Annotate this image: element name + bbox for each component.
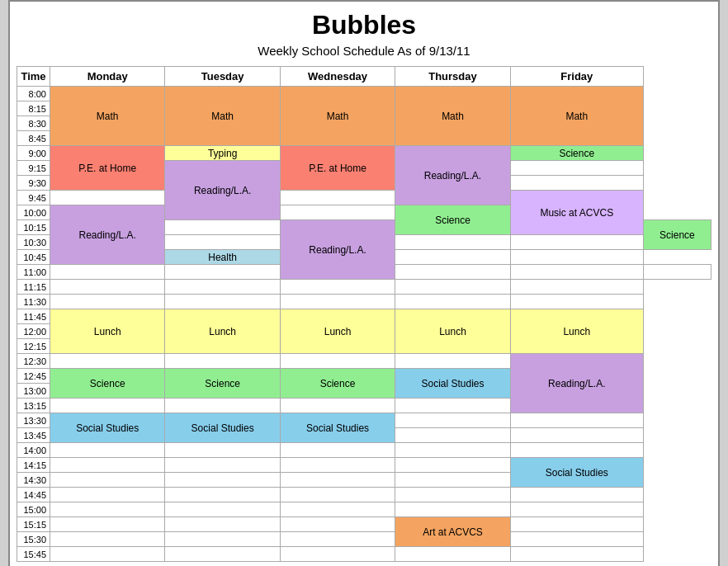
- friday-social: Social Studies: [510, 458, 643, 488]
- time-cell: 11:00: [17, 265, 50, 280]
- time-cell: 13:45: [17, 428, 50, 443]
- friday-reading: Reading/L.A.: [510, 354, 643, 413]
- wednesday-empty-1400: [280, 443, 395, 458]
- wednesday-science: Science: [280, 369, 395, 399]
- time-cell: 15:45: [17, 547, 50, 562]
- table-row: 14:15 Social Studies: [17, 458, 711, 473]
- tuesday-empty-1130: [165, 295, 280, 309]
- schedule-table: Time Monday Tuesday Wednesday Thursday F…: [17, 66, 711, 562]
- thursday-empty-1415: [395, 458, 510, 473]
- friday-empty-915: [510, 161, 643, 176]
- time-cell: 10:45: [17, 250, 50, 265]
- thursday-empty-1045: [395, 250, 510, 265]
- thursday-empty-1330: [395, 413, 510, 428]
- time-cell: 12:45: [17, 369, 50, 384]
- wednesday-empty-1115: [280, 280, 395, 295]
- time-cell: 10:00: [17, 205, 50, 220]
- wednesday-empty-1430: [280, 473, 395, 488]
- col-header-monday: Monday: [50, 67, 165, 87]
- wednesday-empty-945: [280, 191, 395, 205]
- tuesday-empty-1100: [165, 265, 280, 280]
- page: Bubbles Weekly School Schedule As of 9/1…: [8, 0, 720, 566]
- table-row: 15:00: [17, 502, 711, 517]
- monday-social: Social Studies: [50, 413, 165, 443]
- thursday-empty-1400: [395, 443, 510, 458]
- time-cell: 10:30: [17, 235, 50, 250]
- monday-empty-1100: [50, 265, 165, 280]
- thursday-empty-1030: [395, 235, 510, 250]
- friday-science-900: Science: [510, 146, 643, 161]
- time-cell: 8:45: [17, 131, 50, 146]
- tuesday-empty-1500: [165, 502, 280, 517]
- time-cell: 14:45: [17, 488, 50, 502]
- time-cell: 12:00: [17, 324, 50, 339]
- thursday-math: Math: [395, 87, 510, 146]
- monday-empty-1545: [50, 547, 165, 562]
- wednesday-empty-1415: [280, 458, 395, 473]
- thursday-empty-1445: [395, 488, 510, 502]
- friday-empty-1445: [510, 488, 643, 502]
- time-cell: 13:30: [17, 413, 50, 428]
- time-cell: 13:00: [17, 384, 50, 399]
- wednesday-empty-1100: [395, 265, 510, 280]
- monday-empty-1530: [50, 532, 165, 547]
- table-row: 15:30: [17, 532, 711, 547]
- monday-empty-945: [50, 191, 165, 205]
- table-row: 12:30 Reading/L.A.: [17, 354, 711, 369]
- table-row: 14:45: [17, 488, 711, 502]
- col-header-friday: Friday: [510, 67, 643, 87]
- monday-empty-1415: [50, 458, 165, 473]
- thursday-empty-1230: [395, 354, 510, 369]
- tuesday-reading: Reading/L.A.: [165, 161, 280, 220]
- tuesday-health: Health: [165, 250, 280, 265]
- tuesday-lunch: Lunch: [165, 309, 280, 354]
- thursday-empty-1100: [510, 265, 643, 280]
- page-title: Bubbles: [17, 10, 711, 40]
- table-row: 14:00: [17, 443, 711, 458]
- friday-math: Math: [510, 87, 643, 146]
- time-cell: 15:00: [17, 502, 50, 517]
- wednesday-empty-1530: [280, 532, 395, 547]
- monday-empty-1445: [50, 488, 165, 502]
- tuesday-math: Math: [165, 87, 280, 146]
- tuesday-empty-1445: [165, 488, 280, 502]
- friday-empty-1530: [510, 532, 643, 547]
- tuesday-typing: Typing: [165, 146, 280, 161]
- friday-empty-930: [510, 176, 643, 191]
- friday-empty-1500: [510, 502, 643, 517]
- monday-empty-1430: [50, 473, 165, 488]
- thursday-science: Science: [395, 205, 510, 235]
- thursday-empty-1430: [395, 473, 510, 488]
- table-row: 9:00 P.E. at Home Typing P.E. at Home Re…: [17, 146, 711, 161]
- wednesday-empty-1500: [280, 502, 395, 517]
- table-row: 9:45 Music at ACVCS: [17, 191, 711, 205]
- monday-reading: Reading/L.A.: [50, 205, 165, 265]
- wednesday-math: Math: [280, 87, 395, 146]
- thursday-empty-1115: [395, 280, 510, 295]
- tuesday-empty-1315: [165, 399, 280, 413]
- wednesday-lunch: Lunch: [280, 309, 395, 354]
- table-row: 13:30 Social Studies Social Studies Soci…: [17, 413, 711, 428]
- time-cell: 11:30: [17, 295, 50, 309]
- col-header-wednesday: Wednesday: [280, 67, 395, 87]
- table-row: 8:00 Math Math Math Math Math: [17, 87, 711, 101]
- friday-music: Music at ACVCS: [510, 191, 643, 235]
- monday-math: Math: [50, 87, 165, 146]
- tuesday-social: Social Studies: [165, 413, 280, 443]
- friday-empty-1100: [643, 265, 711, 280]
- friday-empty-1515: [510, 517, 643, 532]
- friday-lunch: Lunch: [510, 309, 643, 354]
- thursday-empty-1345: [395, 428, 510, 443]
- time-cell: 11:45: [17, 309, 50, 324]
- wednesday-pe: P.E. at Home: [280, 146, 395, 191]
- tuesday-empty-1430: [165, 473, 280, 488]
- tuesday-empty-1115: [165, 280, 280, 295]
- monday-pe: P.E. at Home: [50, 146, 165, 191]
- thursday-empty-1545: [395, 547, 510, 562]
- col-header-thursday: Thursday: [395, 67, 510, 87]
- friday-empty-1330: [510, 413, 643, 428]
- time-cell: 14:15: [17, 458, 50, 473]
- friday-empty-1130: [510, 295, 643, 309]
- time-cell: 12:30: [17, 354, 50, 369]
- wednesday-empty-1000: [280, 205, 395, 220]
